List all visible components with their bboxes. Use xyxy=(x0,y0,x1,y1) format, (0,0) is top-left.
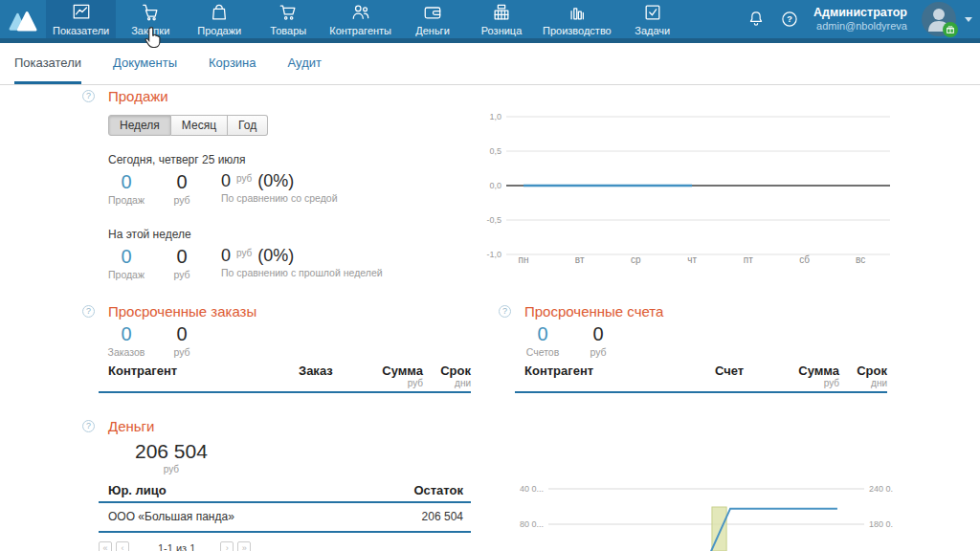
compare-unit: руб xyxy=(235,173,253,184)
balance-cell: 206 504 xyxy=(375,510,471,523)
stat-label: руб xyxy=(154,346,210,358)
period-week-button[interactable]: Неделя xyxy=(108,115,171,136)
svg-text:?: ? xyxy=(787,14,792,24)
compare-percent: (0%) xyxy=(257,246,294,265)
nav-item-label: Продажи xyxy=(197,25,241,36)
nav-item-indicators[interactable]: Показатели xyxy=(46,0,116,38)
sales-week-chart: 1,00,50,0-0,5-1,0пнвтсрчтптсбвс xyxy=(483,105,890,270)
money-section: ? Деньги 206 504 руб Юр. лицо Остаток ОО… xyxy=(82,418,471,551)
nav-item-purchases[interactable]: Закупки xyxy=(116,0,185,38)
svg-text:240 0...: 240 0... xyxy=(520,484,544,494)
main-nav: Показатели Закупки Продажи Товары xyxy=(46,0,687,38)
nav-item-tasks[interactable]: Задачи xyxy=(618,0,687,38)
notifications-bell-icon[interactable] xyxy=(746,10,766,29)
stat-label: руб xyxy=(570,346,626,358)
sales-today-stats: 0 Продаж 0 руб 0 руб (0%) По сравнению с… xyxy=(99,171,465,206)
nav-item-label: Розница xyxy=(481,25,523,36)
table-header: Юр. лицо Остаток xyxy=(99,483,471,503)
svg-text:вс: вс xyxy=(856,254,865,265)
production-bars-icon xyxy=(567,2,588,22)
tab-label: Аудит xyxy=(288,55,322,70)
column-header: Суммаруб xyxy=(354,364,423,388)
overdue-orders-section: ? Просроченные заказы 0 Заказов 0 руб Ко… xyxy=(82,303,471,393)
compare-percent: (0%) xyxy=(257,171,294,190)
stat-value: 0 xyxy=(570,323,626,345)
chevron-down-icon[interactable] xyxy=(965,17,972,22)
overdue-invoices-help-icon[interactable]: ? xyxy=(499,305,511,318)
tab-recycle-bin[interactable]: Корзина xyxy=(209,43,256,84)
table-header: Контрагент Счет Суммаруб Срокдни xyxy=(515,364,887,393)
purchases-basket-icon xyxy=(140,2,161,22)
compare-value: 0 xyxy=(221,171,231,190)
user-info[interactable]: Администратор admin@nboldyreva xyxy=(813,6,907,33)
money-total-unit: руб xyxy=(135,464,208,474)
overdue-orders-stats: 0 Заказов 0 руб xyxy=(99,323,471,358)
tab-audit[interactable]: Аудит xyxy=(288,43,322,84)
column-header: Срокдни xyxy=(839,364,887,388)
stat-sales-compare: 0 руб (0%) По сравнению с прошлой неделе… xyxy=(221,246,383,278)
stat-label: Продаж xyxy=(99,194,154,206)
nav-item-label: Производство xyxy=(543,25,612,36)
stat-label: руб xyxy=(154,269,210,280)
sales-period-switcher: Неделя Месяц Год xyxy=(108,115,268,136)
top-navbar: Показатели Закупки Продажи Товары xyxy=(0,0,980,43)
nav-item-money[interactable]: Деньги xyxy=(398,0,467,38)
period-month-button[interactable]: Месяц xyxy=(171,115,228,136)
user-email: admin@nboldyreva xyxy=(813,20,907,33)
stat-sales-amount: 0 руб xyxy=(154,171,210,206)
stat-label: Заказов xyxy=(99,346,154,358)
last-page-button[interactable]: » xyxy=(237,541,251,551)
overdue-invoices-stats: 0 Счетов 0 руб xyxy=(515,323,891,358)
nav-item-production[interactable]: Производство xyxy=(536,0,618,38)
stat-label: руб xyxy=(154,194,210,206)
overdue-invoices-table: Контрагент Счет Суммаруб Срокдни xyxy=(515,364,887,393)
prev-page-button[interactable]: ‹ xyxy=(116,541,129,551)
money-wallet-icon xyxy=(422,2,443,22)
nav-item-goods[interactable]: Товары xyxy=(254,0,323,38)
user-name: Администратор xyxy=(813,6,907,20)
moysklad-logo-icon xyxy=(7,6,39,33)
stat-sales-amount: 0 руб xyxy=(154,246,210,280)
nav-item-label: Показатели xyxy=(53,25,109,36)
table-row[interactable]: ООО «Большая панда» 206 504 xyxy=(99,503,471,533)
nav-item-retail[interactable]: Розница xyxy=(467,0,536,38)
column-header: Счет xyxy=(715,364,770,388)
next-page-button[interactable]: › xyxy=(220,541,234,551)
nav-item-label: Задачи xyxy=(635,25,670,36)
avatar-badge-icon xyxy=(943,22,958,37)
entity-cell: ООО «Большая панда» xyxy=(99,510,375,523)
counterparties-people-icon xyxy=(350,2,371,22)
pagination-label: 1-1 из 1 xyxy=(158,542,195,551)
app-logo[interactable] xyxy=(0,0,46,38)
stat-orders-count: 0 Заказов xyxy=(99,323,154,358)
stat-orders-amount: 0 руб xyxy=(154,323,210,358)
overdue-orders-title: Просроченные заказы xyxy=(108,303,256,320)
nav-item-sales[interactable]: Продажи xyxy=(185,0,254,38)
svg-text:240 0...: 240 0... xyxy=(869,484,893,494)
sales-help-icon[interactable]: ? xyxy=(82,90,95,102)
first-page-button[interactable]: « xyxy=(99,541,112,551)
tab-indicators[interactable]: Показатели xyxy=(14,43,81,84)
stat-label: Продаж xyxy=(99,269,154,280)
column-header: Остаток xyxy=(375,483,471,497)
nav-item-label: Деньги xyxy=(415,25,450,36)
column-header: Юр. лицо xyxy=(99,483,375,497)
help-circle-icon[interactable]: ? xyxy=(780,10,799,29)
period-year-button[interactable]: Год xyxy=(228,115,268,136)
tab-documents[interactable]: Документы xyxy=(113,43,177,84)
stat-value: 0 xyxy=(99,246,154,268)
stat-sales-count: 0 Продаж xyxy=(99,246,154,280)
column-header: Контрагент xyxy=(515,364,715,388)
svg-text:180 0...: 180 0... xyxy=(520,519,544,529)
overdue-orders-help-icon[interactable]: ? xyxy=(82,305,95,318)
app-window: Показатели Закупки Продажи Товары xyxy=(0,0,980,551)
nav-item-counterparties[interactable]: Контрагенты xyxy=(323,0,398,38)
column-header: Контрагент xyxy=(99,364,299,388)
stat-value: 0 xyxy=(154,246,210,268)
svg-text:ср: ср xyxy=(631,254,641,265)
overdue-invoices-title: Просроченные счета xyxy=(524,303,663,320)
stat-value: 0 xyxy=(154,171,210,193)
avatar[interactable] xyxy=(922,2,956,36)
nav-item-label: Закупки xyxy=(131,25,169,36)
money-help-icon[interactable]: ? xyxy=(82,420,95,432)
